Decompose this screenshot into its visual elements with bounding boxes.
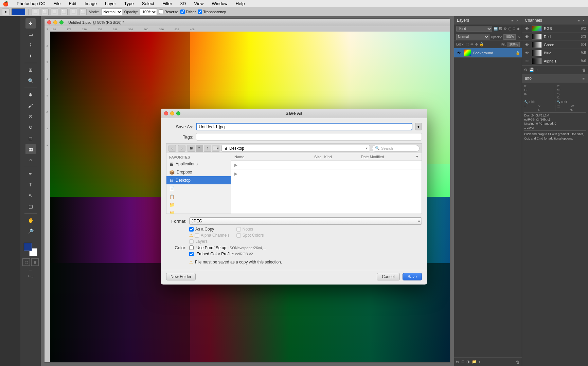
sidebar-desktop[interactable]: 🖥 Desktop [166, 176, 231, 184]
brush-tool-btn[interactable]: ● [2, 8, 10, 15]
tool-pen[interactable]: ✒ [25, 169, 36, 179]
quick-mask-btn[interactable]: ⬚ [22, 258, 30, 266]
menu-file[interactable]: File [52, 1, 62, 6]
opacity-input[interactable] [503, 34, 516, 40]
channel-red-eye[interactable]: 👁 [524, 35, 530, 39]
menu-view[interactable]: View [193, 1, 205, 6]
dither-checkbox[interactable] [180, 10, 185, 14]
tool-clone[interactable]: ⊙ [25, 111, 36, 122]
tags-input[interactable] [196, 133, 422, 141]
fx-btn[interactable]: fx [456, 360, 459, 364]
channel-alpha1-eye[interactable]: 👁 [524, 59, 530, 63]
layer-visibility-eye[interactable]: 👁 [456, 50, 462, 56]
tool-type[interactable]: T [25, 180, 36, 190]
new-layer-btn[interactable]: + [479, 360, 481, 364]
reverse-checkbox[interactable] [159, 10, 163, 14]
menu-photoshop[interactable]: Photoshop CC [15, 1, 47, 6]
location-bar[interactable]: 🖥 Desktop ▾ [221, 145, 370, 152]
layer-item-background[interactable]: 👁 Background 🔒 [454, 48, 522, 58]
menu-select[interactable]: Select [141, 1, 156, 6]
lock-pixels-btn[interactable]: ✏ [470, 42, 474, 47]
search-bar[interactable]: 🔍 Search [372, 145, 420, 152]
channel-rgb-eye[interactable]: 👁 [524, 26, 530, 31]
transparency-checkbox[interactable] [198, 10, 202, 14]
file-row-1[interactable]: ▶ [231, 161, 422, 169]
view-btn-3[interactable]: ⬜ [51, 8, 58, 15]
channel-blue[interactable]: 👁 Blue ⌘5 [522, 49, 588, 57]
lock-transparent-btn[interactable]: ⬚ [466, 42, 469, 47]
channel-green[interactable]: 👁 Green ⌘4 [522, 41, 588, 49]
tool-dodge[interactable]: ○ [25, 155, 36, 165]
layers-filter-icon[interactable]: 🔤 [494, 27, 498, 31]
tool-eraser[interactable]: ◻ [25, 133, 36, 143]
sidebar-applications[interactable]: 🖥 Applications [166, 160, 231, 168]
menu-layer[interactable]: Layer [104, 1, 118, 6]
embed-profile-checkbox[interactable] [189, 252, 194, 256]
layers-smart-icon[interactable]: ⊡ [513, 27, 515, 31]
layers-blend-mode[interactable]: Normal [456, 34, 489, 40]
extra-tools[interactable]: ··· [29, 268, 32, 272]
foreground-color-swatch[interactable] [24, 243, 32, 251]
save-as-input[interactable] [196, 123, 412, 130]
menu-type[interactable]: Type [123, 1, 135, 6]
coverflow-view-btn[interactable]: ⬜▾ [212, 145, 219, 152]
new-folder-btn[interactable]: New Folder [166, 273, 196, 280]
channel-alpha1[interactable]: 👁 Alpha 1 ⌘6 [522, 57, 588, 65]
channel-blue-eye[interactable]: 👁 [524, 51, 530, 55]
tool-brush[interactable]: 🖌 [25, 100, 36, 111]
menu-image[interactable]: Image [83, 1, 98, 6]
tool-lasso[interactable]: ⌇ [25, 40, 36, 50]
extra-tools-2[interactable]: +⬚ [28, 274, 33, 278]
layers-kind-select[interactable]: Kind [456, 26, 492, 32]
add-mask-btn[interactable]: ⊡ [461, 360, 464, 364]
dialog-min-btn[interactable] [170, 111, 174, 115]
file-row-2[interactable]: ▶ [231, 169, 422, 178]
tool-path-select[interactable]: ↖ [25, 190, 36, 201]
channel-save-selection-btn[interactable]: 💾 [529, 68, 534, 72]
col-size-header[interactable]: Size [295, 155, 322, 159]
cancel-btn[interactable]: Cancel [377, 273, 399, 280]
canvas-max-btn[interactable] [59, 20, 64, 24]
view-btn-2[interactable]: ⬜ [41, 8, 49, 15]
save-btn[interactable]: Save [403, 273, 422, 280]
use-proof-checkbox[interactable] [189, 245, 194, 250]
sidebar-dropbox[interactable]: 📦 Dropbox [166, 168, 231, 176]
tool-zoom[interactable]: 🔎 [25, 226, 36, 236]
column-view-btn[interactable]: ⫶ [204, 145, 211, 152]
channel-rgb[interactable]: 👁 RGB ⌘2 [522, 24, 588, 33]
tool-move[interactable]: ✣ [25, 18, 36, 29]
layers-shape-icon[interactable]: ▢ [508, 27, 511, 31]
apple-menu[interactable]: 🍎 [3, 1, 8, 6]
icon-view-btn[interactable]: ⊞ [188, 145, 195, 152]
channel-red[interactable]: 👁 Red ⌘3 [522, 33, 588, 41]
notes-checkbox[interactable] [236, 227, 241, 232]
col-date-header[interactable]: Date Modified ▾ [361, 154, 418, 159]
list-view-btn[interactable]: ≡ [196, 145, 203, 152]
adjustment-btn[interactable]: ◑ [466, 360, 470, 364]
layers-pixel-icon[interactable]: 🖼 [499, 27, 502, 31]
as-a-copy-checkbox[interactable] [189, 227, 194, 232]
fill-input[interactable] [507, 42, 520, 47]
layers-menu-btn[interactable]: ≡ [511, 18, 514, 22]
tool-magic-wand[interactable]: ✦ [25, 51, 36, 61]
view-btn-1[interactable]: ⬜ [32, 8, 39, 15]
alpha-channels-checkbox[interactable] [195, 233, 199, 238]
delete-layer-btn[interactable]: 🗑 [516, 360, 520, 364]
sidebar-item-4[interactable]: 📄 [166, 184, 231, 193]
color-box[interactable] [12, 8, 25, 15]
lock-position-btn[interactable]: ✣ [475, 42, 478, 47]
view-btn-4[interactable]: ⬜ [60, 8, 68, 15]
save-as-arrow-btn[interactable]: ▼ [415, 123, 422, 130]
col-kind-header[interactable]: Kind [324, 155, 358, 159]
tool-spot-heal[interactable]: ✱ [25, 90, 36, 100]
forward-btn[interactable]: › [178, 145, 185, 152]
menu-help[interactable]: Help [234, 1, 246, 6]
channel-new-btn[interactable]: + [536, 68, 538, 72]
canvas-min-btn[interactable] [53, 20, 57, 24]
layers-collapse-btn[interactable]: × [516, 18, 519, 22]
dialog-close-btn[interactable] [164, 111, 168, 115]
sidebar-item-6[interactable]: 📁 [166, 201, 231, 209]
menu-window[interactable]: Window [210, 1, 229, 6]
menu-3d[interactable]: 3D [179, 1, 188, 6]
mode-select[interactable]: Normal [101, 8, 122, 15]
